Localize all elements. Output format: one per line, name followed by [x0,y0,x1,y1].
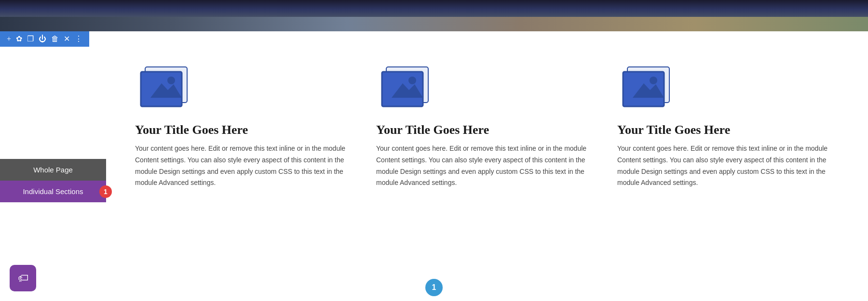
power-icon[interactable]: ⏻ [39,35,46,43]
image-placeholder-2 [376,60,439,113]
close-icon[interactable]: ✕ [64,35,70,43]
column-2: Your Title Goes Here Your content goes h… [376,60,588,189]
add-icon[interactable]: + [7,35,11,43]
col-3-text: Your content goes here. Edit or remove t… [617,143,829,189]
page-wrapper: + ✿ ❐ ⏻ 🗑 ✕ ⋮ Whole Page Individual Sect… [0,0,868,301]
hero-image [0,0,868,31]
image-placeholder-3 [617,60,680,113]
float-action-button[interactable]: 🏷 [10,265,36,291]
more-icon[interactable]: ⋮ [75,35,82,43]
duplicate-icon[interactable]: ❐ [27,35,34,43]
col-3-title: Your Title Goes Here [617,123,730,137]
col-1-text: Your content goes here. Edit or remove t… [135,143,347,189]
tag-icon: 🏷 [18,272,28,285]
pagination-dot[interactable]: 1 [425,279,443,296]
col-1-title: Your Title Goes Here [135,123,248,137]
col-2-title: Your Title Goes Here [376,123,489,137]
image-placeholder-1 [135,60,198,113]
column-1: Your Title Goes Here Your content goes h… [135,60,347,189]
three-column-layout: Your Title Goes Here Your content goes h… [135,60,829,189]
trash-icon[interactable]: 🗑 [51,35,59,43]
toolbar: + ✿ ❐ ⏻ 🗑 ✕ ⋮ [0,31,89,47]
svg-point-14 [650,77,657,84]
column-3: Your Title Goes Here Your content goes h… [617,60,829,189]
main-content: Your Title Goes Here Your content goes h… [0,31,868,208]
svg-point-9 [408,77,416,84]
svg-point-4 [167,77,175,84]
col-2-text: Your content goes here. Edit or remove t… [376,143,588,189]
settings-icon[interactable]: ✿ [16,35,22,43]
